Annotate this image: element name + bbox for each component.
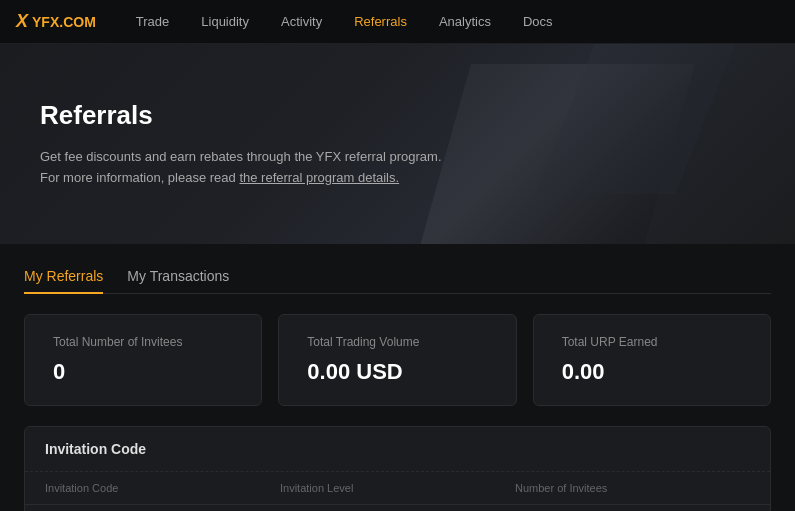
hero-desc-line1: Get fee discounts and earn rebates throu… bbox=[40, 149, 442, 164]
hero-content: Referrals Get fee discounts and earn reb… bbox=[40, 100, 442, 189]
stat-value: 0.00 bbox=[562, 359, 742, 385]
stat-value: 0.00 USD bbox=[307, 359, 487, 385]
navbar: X YFX.COM TradeLiquidityActivityReferral… bbox=[0, 0, 795, 44]
referral-program-link[interactable]: the referral program details. bbox=[239, 170, 399, 185]
table-column-header: Number of Invitees bbox=[515, 482, 750, 494]
tab-my-referrals[interactable]: My Referrals bbox=[24, 260, 103, 294]
table-body: off5 ⧉ ↗ ▦ Tier 1 i 0 OFF5 ⧉ ↗ ▦ Tier 1 … bbox=[25, 505, 770, 511]
table-column-header: Invitation Code bbox=[45, 482, 280, 494]
stat-label: Total URP Earned bbox=[562, 335, 742, 349]
stat-label: Total Number of Invitees bbox=[53, 335, 233, 349]
hero-banner: Referrals Get fee discounts and earn reb… bbox=[0, 44, 795, 244]
nav-link-trade[interactable]: Trade bbox=[120, 0, 185, 44]
tab-my-transactions[interactable]: My Transactions bbox=[127, 260, 229, 294]
invitation-section: Invitation Code Invitation CodeInvitatio… bbox=[24, 426, 771, 511]
stat-card: Total Number of Invitees 0 bbox=[24, 314, 262, 406]
stat-value: 0 bbox=[53, 359, 233, 385]
nav-link-analytics[interactable]: Analytics bbox=[423, 0, 507, 44]
table-header: Invitation CodeInvitation LevelNumber of… bbox=[25, 472, 770, 505]
stat-label: Total Trading Volume bbox=[307, 335, 487, 349]
stat-card: Total URP Earned 0.00 bbox=[533, 314, 771, 406]
nav-links: TradeLiquidityActivityReferralsAnalytics… bbox=[120, 0, 779, 44]
stats-row: Total Number of Invitees 0 Total Trading… bbox=[0, 294, 795, 426]
hero-description: Get fee discounts and earn rebates throu… bbox=[40, 147, 442, 189]
nav-link-liquidity[interactable]: Liquidity bbox=[185, 0, 265, 44]
table-column-header: Invitation Level bbox=[280, 482, 515, 494]
logo-x-icon: X bbox=[16, 11, 28, 32]
nav-link-referrals[interactable]: Referrals bbox=[338, 0, 423, 44]
logo-text: YFX.COM bbox=[32, 14, 96, 30]
invitation-header: Invitation Code bbox=[25, 427, 770, 472]
logo[interactable]: X YFX.COM bbox=[16, 11, 96, 32]
table-row: off5 ⧉ ↗ ▦ Tier 1 i 0 bbox=[25, 505, 770, 511]
tabs-bar: My ReferralsMy Transactions bbox=[24, 260, 771, 294]
hero-title: Referrals bbox=[40, 100, 442, 131]
nav-link-activity[interactable]: Activity bbox=[265, 0, 338, 44]
tabs-section: My ReferralsMy Transactions bbox=[0, 244, 795, 294]
stat-card: Total Trading Volume 0.00 USD bbox=[278, 314, 516, 406]
hero-desc-line2: For more information, please read bbox=[40, 170, 236, 185]
nav-link-docs[interactable]: Docs bbox=[507, 0, 569, 44]
